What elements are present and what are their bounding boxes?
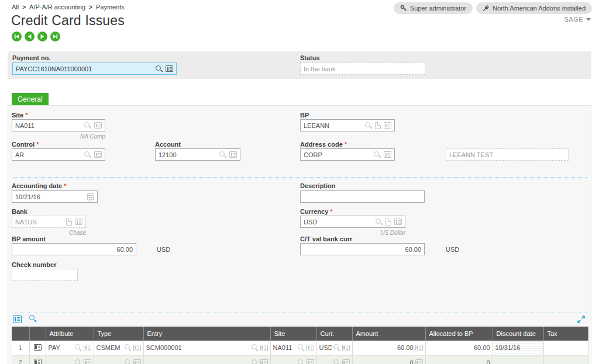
search-icon xyxy=(125,344,132,351)
calendar-icon[interactable] xyxy=(87,193,94,200)
site-input[interactable] xyxy=(15,122,81,129)
col-discount-date[interactable]: Discount date xyxy=(493,327,543,341)
currency-label: Currency xyxy=(300,208,333,215)
control-label: Control xyxy=(12,141,39,148)
discount-date-cell[interactable]: 10/31/16 xyxy=(493,341,543,355)
memo-icon xyxy=(415,345,423,351)
memo-icon xyxy=(384,151,391,158)
grid-actions-button[interactable] xyxy=(13,316,22,323)
bp-input[interactable] xyxy=(304,122,362,129)
grid-expand-button[interactable] xyxy=(577,315,585,325)
col-entry[interactable]: Entry xyxy=(143,327,270,341)
sage-menu[interactable]: SAGE xyxy=(564,16,591,23)
entry-cell[interactable] xyxy=(143,355,270,364)
tax-cell[interactable] xyxy=(543,341,588,355)
breadcrumb-separator: > xyxy=(22,4,26,11)
currency-field[interactable] xyxy=(300,216,405,228)
search-icon xyxy=(365,122,372,129)
col-site[interactable]: Site xyxy=(270,327,316,341)
control-field[interactable] xyxy=(12,148,105,161)
type-cell[interactable] xyxy=(94,355,143,364)
search-icon xyxy=(374,151,381,158)
ct-val-bank-curr-input[interactable] xyxy=(304,246,421,253)
previous-record-button[interactable] xyxy=(25,32,35,41)
memo-icon xyxy=(34,359,42,364)
account-field[interactable] xyxy=(155,148,240,161)
accounting-date-input[interactable] xyxy=(15,193,84,200)
page-title: Credit Card Issues xyxy=(11,13,125,29)
site-cell[interactable]: NA011 xyxy=(270,341,316,355)
description-field[interactable] xyxy=(300,190,425,203)
memo-icon xyxy=(342,345,350,351)
payment-no-label: Payment no. xyxy=(12,54,50,61)
description-input[interactable] xyxy=(304,193,421,200)
bp-amount-input[interactable] xyxy=(15,246,133,253)
allocated-cell[interactable]: 0 xyxy=(425,355,493,364)
col-curr[interactable]: Curr. xyxy=(316,327,352,341)
attribute-cell[interactable] xyxy=(46,355,94,364)
tab-general[interactable]: General xyxy=(12,93,49,105)
user-badge[interactable]: Super administrator xyxy=(394,2,473,14)
search-icon[interactable] xyxy=(156,65,163,72)
breadcrumb-all[interactable]: All xyxy=(12,4,19,11)
search-icon xyxy=(252,344,259,351)
bp-amount-field[interactable] xyxy=(12,243,136,255)
address-code-input[interactable] xyxy=(304,151,371,158)
address-code-field[interactable] xyxy=(300,148,395,161)
bp-name-field: LEEANN TEST xyxy=(446,148,569,161)
row-actions-cell[interactable] xyxy=(29,341,46,355)
breadcrumb-payments[interactable]: Payments xyxy=(96,4,125,11)
bp-field[interactable] xyxy=(300,119,395,131)
memo-icon xyxy=(133,359,141,364)
amount-cell[interactable]: 60.00 xyxy=(352,341,425,355)
type-cell[interactable]: CSMEM xyxy=(94,341,143,355)
chevron-down-icon xyxy=(586,18,591,21)
status-value: In the bank xyxy=(304,65,422,72)
col-amount[interactable]: Amount xyxy=(352,327,425,341)
first-record-button[interactable] xyxy=(12,32,22,41)
row-number[interactable]: 2 xyxy=(12,355,29,364)
section-divider xyxy=(12,177,588,178)
memo-icon xyxy=(13,316,22,323)
addons-badge-label: North American Addons installed xyxy=(493,5,586,12)
currency-input[interactable] xyxy=(304,219,373,226)
memo-icon xyxy=(94,122,102,129)
next-record-button[interactable] xyxy=(37,32,47,41)
col-allocated-to-bp[interactable]: Allocated to BP xyxy=(425,327,493,341)
grid-toolbar xyxy=(13,315,37,323)
jump-to-record-icon xyxy=(375,122,381,129)
account-label: Account xyxy=(155,141,181,148)
entry-cell[interactable]: SCM000001 xyxy=(143,341,270,355)
addons-badge[interactable]: North American Addons installed xyxy=(476,2,592,14)
site-field[interactable] xyxy=(12,119,105,131)
accounting-date-field[interactable] xyxy=(12,190,98,203)
attribute-cell[interactable]: PAY xyxy=(46,341,94,355)
sage-menu-label: SAGE xyxy=(564,16,583,23)
curr-cell[interactable]: USD xyxy=(316,341,352,355)
search-icon xyxy=(333,344,340,351)
curr-cell[interactable] xyxy=(316,355,352,364)
discount-date-cell[interactable] xyxy=(493,355,543,364)
row-actions-cell[interactable] xyxy=(29,355,46,364)
grid-header-row: Attribute Type Entry Site Curr. Amount A… xyxy=(12,327,588,341)
grid-search-button[interactable] xyxy=(29,315,37,323)
account-input[interactable] xyxy=(159,151,216,158)
site-value: NA011 xyxy=(273,344,296,351)
payment-no-input[interactable] xyxy=(16,65,153,72)
amount-value: 60.00 xyxy=(355,344,414,351)
breadcrumb-apar-accounting[interactable]: A/P-A/R accounting xyxy=(29,4,85,11)
control-input[interactable] xyxy=(15,151,81,158)
last-record-button[interactable] xyxy=(50,32,60,41)
col-type[interactable]: Type xyxy=(94,327,143,341)
site-cell[interactable] xyxy=(270,355,316,364)
tax-cell[interactable] xyxy=(543,355,588,364)
payment-no-field[interactable] xyxy=(12,63,177,75)
memo-icon xyxy=(394,219,402,225)
memo-icon[interactable] xyxy=(166,65,173,72)
amount-cell[interactable]: 0 xyxy=(352,355,425,364)
allocated-cell[interactable]: 60.00 xyxy=(425,341,493,355)
col-tax[interactable]: Tax xyxy=(543,327,588,341)
ct-val-bank-curr-field[interactable] xyxy=(300,243,425,255)
col-attribute[interactable]: Attribute xyxy=(46,327,94,341)
row-number[interactable]: 1 xyxy=(12,341,29,355)
